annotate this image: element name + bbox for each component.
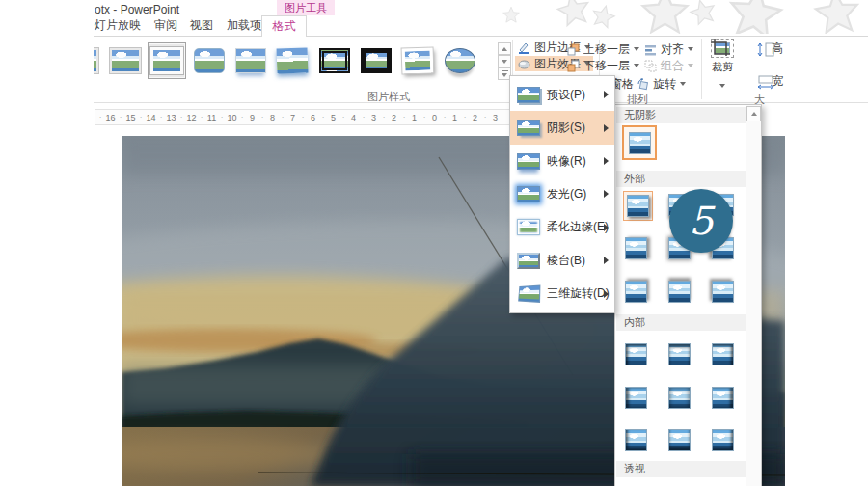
star-icon	[809, 0, 864, 34]
down-arrow-icon	[502, 73, 507, 77]
picture-style-thumbnail-selected[interactable]	[148, 42, 186, 79]
submenu-arrow-icon	[604, 290, 609, 298]
menu-item-preset[interactable]: 预设(P)	[510, 78, 614, 111]
picture-style-thumbnail[interactable]	[273, 42, 312, 79]
shadow-preview-thumbnail	[712, 387, 734, 409]
group-button-disabled: 组合	[644, 58, 693, 73]
contextual-tool-label: 图片工具	[277, 0, 335, 15]
width-field-fragment[interactable]: 宽	[756, 73, 783, 90]
menu-item-3d-rotation[interactable]: 三维旋转(D)	[510, 278, 614, 310]
picture-style-thumbnail[interactable]	[315, 42, 354, 79]
shadow-preview-thumbnail	[625, 429, 647, 451]
shadow-option[interactable]	[667, 386, 692, 410]
tab-view[interactable]: 视图	[190, 17, 213, 34]
submenu-arrow-icon	[604, 157, 609, 165]
up-arrow-icon	[502, 47, 507, 51]
landscape-glyph	[110, 48, 141, 73]
shadow-option[interactable]	[624, 236, 648, 260]
tab-format-active[interactable]: 格式	[261, 15, 307, 37]
soft-edges-icon	[517, 219, 540, 235]
send-backward-icon	[567, 60, 580, 72]
preset-icon	[517, 87, 540, 103]
tab-review[interactable]: 审阅	[154, 17, 177, 34]
shadow-preview-thumbnail	[668, 281, 691, 303]
shadow-preview-thumbnail	[712, 281, 734, 303]
landscape-glyph	[150, 47, 183, 74]
horizontal-ruler[interactable]: ·16·15·14·13·12·11·10·9·8·7·6·5·4·3·2·1·…	[95, 109, 519, 125]
shadow-option[interactable]	[624, 428, 648, 452]
submenu-arrow-icon	[604, 124, 609, 132]
shadow-preview-thumbnail	[712, 343, 734, 365]
panel-scrollbar[interactable]	[746, 105, 761, 486]
shadow-option[interactable]	[624, 280, 648, 304]
picture-style-thumbnail[interactable]	[190, 42, 229, 79]
star-icon	[638, 0, 692, 34]
shadow-preview-thumbnail	[627, 195, 649, 217]
landscape-glyph	[402, 47, 434, 73]
picture-style-thumbnail[interactable]	[106, 42, 145, 79]
shadow-option[interactable]	[624, 386, 648, 410]
landscape-glyph	[319, 48, 350, 73]
submenu-arrow-icon	[604, 256, 609, 264]
group-separator	[701, 39, 702, 99]
dropdown-caret	[634, 64, 639, 68]
menu-item-soft-edges[interactable]: 柔化边缘(E)	[510, 211, 614, 244]
menu-item-shadow[interactable]: 阴影(S)	[510, 111, 614, 144]
shadow-submenu-panel: 无阴影 外部 内部 透视	[614, 104, 762, 486]
reflection-icon	[517, 153, 540, 170]
shadow-option[interactable]	[624, 342, 648, 366]
shadow-option[interactable]	[711, 386, 735, 410]
shadow-option[interactable]	[667, 428, 692, 452]
dropdown-caret	[688, 64, 693, 68]
gallery-scroll-up-button[interactable]	[498, 42, 511, 55]
menu-item-reflection[interactable]: 映像(R)	[510, 145, 614, 177]
crop-icon	[711, 39, 734, 58]
dropdown-caret	[719, 84, 725, 88]
menu-item-glow[interactable]: 发光(G)	[510, 177, 614, 210]
menu-item-bevel[interactable]: 棱台(B)	[510, 244, 614, 277]
shadow-option-outer-1-hovered[interactable]	[623, 191, 653, 221]
shadow-option[interactable]	[711, 342, 735, 366]
up-arrow-icon	[751, 112, 757, 116]
width-icon	[756, 75, 769, 88]
shadow-option[interactable]	[667, 280, 692, 304]
ribbon-divider	[0, 102, 868, 103]
send-backward-button[interactable]: 下移一层	[567, 58, 639, 73]
shadow-option[interactable]	[667, 342, 692, 366]
picture-style-thumbnail[interactable]	[398, 42, 437, 79]
height-field-fragment[interactable]: 高	[756, 40, 783, 57]
picture-effects-icon	[518, 58, 530, 70]
picture-effects-menu: 预设(P) 阴影(S) 映像(R) 发光(G) 柔化边缘(E) 棱台(B) 三维…	[509, 75, 615, 313]
window-title: otx - PowerPoint	[95, 3, 179, 16]
shadow-option-none-selected[interactable]	[622, 125, 657, 160]
shadow-preview-thumbnail	[625, 237, 647, 259]
height-icon	[756, 42, 769, 55]
dropdown-caret	[680, 82, 686, 86]
picture-style-thumbnail[interactable]	[441, 42, 479, 79]
picture-border-icon	[518, 41, 530, 54]
align-button[interactable]: 对齐	[644, 41, 693, 57]
section-header-outer: 外部	[616, 171, 746, 187]
shadow-preview-thumbnail	[668, 343, 691, 365]
shadow-preview-thumbnail	[625, 387, 647, 409]
3d-rotation-icon	[518, 285, 540, 304]
align-icon	[644, 43, 657, 56]
picture-style-thumbnail[interactable]	[357, 42, 395, 79]
star-icon	[502, 6, 521, 25]
star-icon	[721, 0, 789, 34]
crop-button[interactable]: 裁剪	[707, 39, 738, 94]
rotate-button[interactable]: 旋转	[637, 76, 686, 92]
dropdown-caret	[688, 47, 693, 51]
landscape-glyph	[277, 47, 309, 73]
shadow-option[interactable]	[711, 428, 735, 452]
picture-style-thumbnail[interactable]	[231, 42, 270, 79]
shadow-option[interactable]	[711, 280, 735, 304]
gallery-scroll-down-button[interactable]	[498, 55, 511, 68]
bring-forward-button[interactable]: 上移一层	[567, 41, 639, 57]
tab-addins[interactable]: 加载项	[227, 17, 261, 34]
tab-slideshow[interactable]: 灯片放映	[95, 17, 141, 34]
scroll-up-button[interactable]	[746, 106, 761, 122]
submenu-arrow-icon	[604, 91, 609, 98]
section-header-inner: 内部	[616, 314, 746, 331]
section-header-perspective: 透视	[616, 461, 746, 477]
